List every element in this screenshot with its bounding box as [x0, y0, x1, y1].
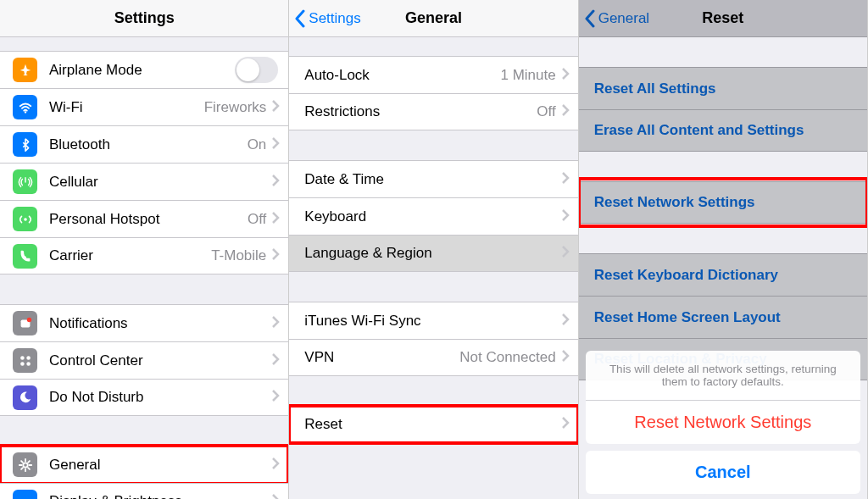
- chevron-right-icon: [271, 353, 280, 369]
- action-sheet-reset-network-button[interactable]: Reset Network Settings: [586, 401, 860, 444]
- row-value: Fireworks: [204, 99, 267, 116]
- cellular-icon: [13, 169, 37, 194]
- chevron-right-icon: [561, 246, 570, 261]
- settings-row-dnd[interactable]: Do Not Disturb: [0, 379, 288, 416]
- control-center-icon: [13, 348, 37, 373]
- reset-row-reset-network[interactable]: Reset Network Settings: [579, 181, 867, 224]
- settings-row-controlcenter[interactable]: Control Center: [0, 341, 288, 379]
- bluetooth-icon: [13, 132, 37, 157]
- row-label: Cellular: [49, 174, 271, 191]
- chevron-right-icon: [561, 209, 570, 225]
- general-row-datetime[interactable]: Date & Time: [289, 160, 577, 197]
- settings-row-display[interactable]: AADisplay & Brightness: [0, 483, 288, 499]
- row-label: Erase All Content and Settings: [594, 122, 804, 139]
- row-label: Do Not Disturb: [49, 389, 271, 406]
- settings-row-cellular[interactable]: Cellular: [0, 163, 288, 200]
- display-icon: AA: [13, 490, 37, 500]
- navbar-reset: General Reset: [579, 0, 867, 37]
- nav-title: General: [405, 9, 462, 27]
- row-value: Off: [537, 103, 555, 120]
- action-sheet-card: This will delete all network settings, r…: [586, 351, 860, 444]
- action-sheet-message: This will delete all network settings, r…: [586, 351, 860, 401]
- back-label: General: [598, 10, 649, 27]
- svg-point-0: [24, 111, 25, 113]
- row-value: Not Connected: [459, 349, 555, 366]
- chevron-right-icon: [271, 137, 280, 152]
- chevron-right-icon: [271, 316, 280, 331]
- chevron-right-icon: [271, 390, 280, 405]
- chevron-right-icon: [561, 417, 570, 432]
- general-row-language[interactable]: Language & Region: [289, 235, 577, 272]
- phone-icon: [13, 244, 37, 269]
- chevron-right-icon: [271, 212, 280, 227]
- row-label: Carrier: [49, 247, 211, 264]
- row-label: Reset Keyboard Dictionary: [594, 267, 778, 284]
- svg-point-6: [20, 362, 25, 366]
- settings-row-carrier[interactable]: CarrierT-Mobile: [0, 237, 288, 274]
- gear-icon: [13, 452, 37, 477]
- general-row-restrictions[interactable]: RestrictionsOff: [289, 93, 577, 130]
- chevron-right-icon: [561, 68, 570, 83]
- svg-point-7: [26, 362, 30, 366]
- chevron-right-icon: [271, 248, 280, 263]
- chevron-right-icon: [561, 172, 570, 187]
- svg-point-1: [24, 218, 27, 221]
- chevron-right-icon: [271, 175, 280, 190]
- row-label: Keyboard: [304, 208, 560, 225]
- general-row-ituneswifi[interactable]: iTunes Wi-Fi Sync: [289, 302, 577, 339]
- action-sheet-cancel-button[interactable]: Cancel: [586, 451, 860, 494]
- row-label: VPN: [304, 349, 459, 366]
- settings-row-hotspot[interactable]: Personal HotspotOff: [0, 200, 288, 237]
- moon-icon: [13, 385, 37, 410]
- reset-panel: General Reset Reset All SettingsErase Al…: [579, 0, 868, 499]
- row-label: Control Center: [49, 352, 271, 369]
- general-row-keyboard[interactable]: Keyboard: [289, 197, 577, 235]
- chevron-right-icon: [561, 313, 570, 329]
- action-sheet-cancel-card: Cancel: [586, 451, 860, 494]
- chevron-left-icon: [294, 9, 306, 28]
- general-row-vpn[interactable]: VPNNot Connected: [289, 339, 577, 376]
- row-label: General: [49, 457, 271, 474]
- settings-root-panel: Settings Airplane ModeWi-FiFireworksBlue…: [0, 0, 289, 499]
- svg-point-4: [20, 356, 25, 360]
- row-label: Auto-Lock: [304, 67, 500, 84]
- row-label: Language & Region: [304, 245, 560, 262]
- settings-row-airplane[interactable]: Airplane Mode: [0, 51, 288, 88]
- row-label: Reset: [304, 416, 560, 433]
- row-label: Display & Brightness: [49, 493, 271, 499]
- back-button[interactable]: General: [584, 9, 649, 28]
- settings-row-wifi[interactable]: Wi-FiFireworks: [0, 88, 288, 125]
- row-label: Reset Network Settings: [594, 194, 755, 211]
- settings-row-bluetooth[interactable]: BluetoothOn: [0, 125, 288, 163]
- chevron-left-icon: [584, 9, 596, 28]
- row-label: Bluetooth: [49, 136, 248, 153]
- row-label: Airplane Mode: [49, 62, 235, 79]
- row-label: Personal Hotspot: [49, 211, 248, 228]
- row-label: Restrictions: [304, 103, 537, 120]
- navbar-general: Settings General: [289, 0, 577, 37]
- chevron-right-icon: [271, 457, 280, 473]
- nav-title: Reset: [702, 9, 743, 27]
- airplane-toggle[interactable]: [235, 57, 278, 83]
- wifi-icon: [13, 95, 37, 119]
- chevron-right-icon: [271, 100, 280, 115]
- reset-row-reset-home[interactable]: Reset Home Screen Layout: [579, 296, 867, 338]
- chevron-right-icon: [561, 350, 570, 365]
- navbar-settings: Settings: [0, 0, 288, 37]
- reset-row-erase-all[interactable]: Erase All Content and Settings: [579, 109, 867, 152]
- general-panel: Settings General Auto-Lock1 MinuteRestri…: [289, 0, 578, 499]
- airplane-icon: [13, 58, 37, 82]
- settings-row-general[interactable]: General: [0, 446, 288, 483]
- general-row-reset[interactable]: Reset: [289, 406, 577, 443]
- reset-row-reset-all[interactable]: Reset All Settings: [579, 67, 867, 109]
- svg-point-5: [26, 356, 30, 360]
- settings-row-notifications[interactable]: Notifications: [0, 304, 288, 341]
- reset-row-reset-keyboard[interactable]: Reset Keyboard Dictionary: [579, 253, 867, 296]
- general-row-autolock[interactable]: Auto-Lock1 Minute: [289, 56, 577, 93]
- back-button[interactable]: Settings: [294, 9, 360, 28]
- row-label: Date & Time: [304, 171, 560, 188]
- row-value: T-Mobile: [211, 247, 266, 264]
- row-value: 1 Minute: [500, 67, 555, 84]
- row-value: On: [248, 136, 267, 153]
- chevron-right-icon: [561, 104, 570, 119]
